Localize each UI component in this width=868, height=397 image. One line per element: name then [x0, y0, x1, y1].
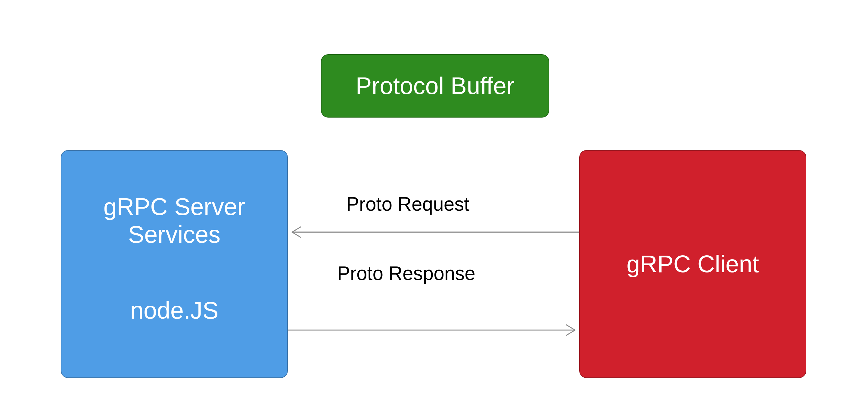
grpc-client-label: gRPC Client: [626, 250, 759, 278]
grpc-server-subtitle: node.JS: [130, 296, 219, 324]
grpc-server-title-line2: Services: [103, 221, 245, 248]
protocol-buffer-label: Protocol Buffer: [355, 72, 515, 100]
proto-request-label: Proto Request: [346, 193, 469, 215]
proto-response-arrowhead-icon: [566, 325, 575, 336]
grpc-server-title: gRPC Server Services: [103, 193, 245, 248]
proto-response-label: Proto Response: [337, 262, 475, 285]
grpc-server-title-line1: gRPC Server: [103, 193, 245, 221]
proto-request-arrowhead-icon: [292, 227, 301, 237]
grpc-server-box: gRPC Server Services node.JS: [61, 150, 288, 378]
grpc-client-box: gRPC Client: [579, 150, 806, 378]
protocol-buffer-box: Protocol Buffer: [321, 54, 549, 118]
